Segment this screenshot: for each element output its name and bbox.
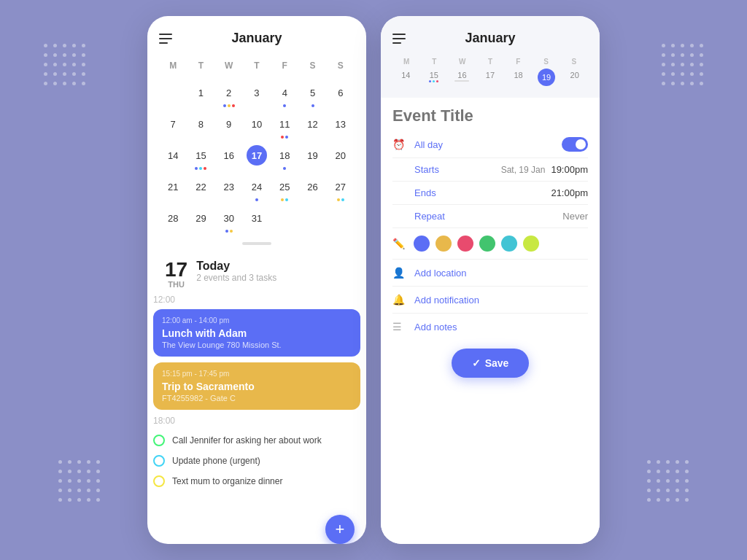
event-form-panel: January M T W T F S S 14 15 16 17 18 19 … <box>381 16 600 544</box>
cal-day-25[interactable]: 25 <box>271 174 298 203</box>
event-lunch-subtitle: The View Lounge 780 Mission St. <box>162 341 352 349</box>
cal-day-30[interactable]: 30 <box>215 205 243 235</box>
cal-day-2[interactable]: 2 <box>215 79 243 109</box>
day-header-f: F <box>271 58 298 74</box>
event-panel-top: January M T W T F S S 14 15 16 17 18 19 … <box>381 16 600 98</box>
add-location-label: Add location <box>414 268 467 279</box>
save-button[interactable]: ✓ Save <box>452 349 530 378</box>
allday-label: All day <box>414 139 562 150</box>
time-label-18: 18:00 <box>153 416 360 426</box>
cal-day-28[interactable]: 28 <box>159 205 187 235</box>
cal-day-7[interactable]: 7 <box>159 111 187 141</box>
mini-day-15[interactable]: 15 <box>421 69 448 86</box>
cal-day-4[interactable]: 4 <box>271 79 298 109</box>
cal-day-empty4 <box>327 205 355 235</box>
cal-day-3[interactable]: 3 <box>243 79 271 109</box>
color-green[interactable] <box>479 236 495 252</box>
day-header-t1: T <box>187 58 214 74</box>
event-trip-title: Trip to Sacramento <box>162 381 352 392</box>
cal-day-21[interactable]: 21 <box>159 174 187 203</box>
day-header-m: M <box>159 58 187 74</box>
mini-hdr-t1: T <box>420 58 448 66</box>
cal-day-24[interactable]: 24 <box>243 174 271 203</box>
cal-day-13[interactable]: 13 <box>327 111 355 141</box>
task-circle-3 <box>153 475 165 487</box>
task-item-2[interactable]: Update phone (urgent) <box>153 451 360 471</box>
save-checkmark: ✓ <box>472 357 481 369</box>
mini-day-19-selected[interactable]: 19 <box>538 69 555 86</box>
right-panel-header: January <box>392 31 588 46</box>
day-headers: M T W T F S S <box>159 58 355 74</box>
today-subtitle: 2 events and 3 tasks <box>196 273 276 283</box>
cal-day-15[interactable]: 15 <box>187 142 214 172</box>
task-text-3: Text mum to organize dinner <box>172 476 282 486</box>
task-text-1: Call Jennifer for asking her about work <box>172 435 322 446</box>
day-header-s1: S <box>298 58 326 74</box>
color-lime[interactable] <box>523 236 539 252</box>
task-item-3[interactable]: Text mum to organize dinner <box>153 471 360 491</box>
calendar-panel: January M T W T F S S 1 2 3 4 5 6 <box>147 16 366 544</box>
cal-day-10[interactable]: 10 <box>243 111 271 141</box>
tasks-list: Call Jennifer for asking her about work … <box>153 430 360 491</box>
colors-row: ✏️ <box>392 228 588 260</box>
mini-hdr-f: F <box>504 58 532 66</box>
ends-time[interactable]: 21:00pm <box>551 187 588 198</box>
cal-day-23[interactable]: 23 <box>215 174 243 203</box>
cal-day-29[interactable]: 29 <box>187 205 214 235</box>
cal-day-11[interactable]: 11 <box>271 111 298 141</box>
add-notes-label: Add notes <box>414 322 457 332</box>
cal-day-14[interactable]: 14 <box>159 142 187 172</box>
cal-day-19[interactable]: 19 <box>298 142 326 172</box>
cal-day-9[interactable]: 9 <box>215 111 243 141</box>
mini-day-16[interactable]: 16 <box>449 69 476 86</box>
mini-day-17[interactable]: 17 <box>477 69 504 86</box>
cal-day-8[interactable]: 8 <box>187 111 214 141</box>
today-label: Today <box>196 260 276 273</box>
cal-day-16[interactable]: 16 <box>215 142 243 172</box>
cal-day-27[interactable]: 27 <box>327 174 355 203</box>
starts-date[interactable]: Sat, 19 Jan <box>501 165 546 175</box>
dot-decoration-top-right <box>662 44 703 85</box>
starts-time[interactable]: 19:00pm <box>551 164 588 175</box>
save-label: Save <box>485 357 509 369</box>
cal-day-31[interactable]: 31 <box>243 205 271 235</box>
color-cyan[interactable] <box>501 236 517 252</box>
add-notes-row[interactable]: ☰ Add notes <box>392 314 588 340</box>
add-location-row[interactable]: 👤 Add location <box>392 260 588 287</box>
calendar-divider <box>242 242 271 245</box>
time-label-12: 12:00 <box>153 295 360 305</box>
repeat-value[interactable]: Never <box>562 211 588 222</box>
color-yellow[interactable] <box>436 236 452 252</box>
cal-day-18[interactable]: 18 <box>271 142 298 172</box>
mini-day-18[interactable]: 18 <box>505 69 532 86</box>
event-title-input[interactable] <box>392 106 588 125</box>
menu-icon-left[interactable] <box>159 34 172 44</box>
cal-day-22[interactable]: 22 <box>187 174 214 203</box>
mini-day-20[interactable]: 20 <box>561 69 588 86</box>
cal-day-17-selected[interactable]: 17 <box>243 142 271 172</box>
cal-day-12[interactable]: 12 <box>298 111 326 141</box>
clock-icon: ⏰ <box>392 139 407 150</box>
add-event-fab[interactable]: + <box>325 515 355 544</box>
event-lunch-time: 12:00 am - 14:00 pm <box>162 316 352 324</box>
event-card-trip[interactable]: 15:15 pm - 17:45 pm Trip to Sacramento F… <box>153 362 360 410</box>
task-item-1[interactable]: Call Jennifer for asking her about work <box>153 430 360 451</box>
cal-day-26[interactable]: 26 <box>298 174 326 203</box>
mini-day-14[interactable]: 14 <box>392 69 419 86</box>
cal-day-5[interactable]: 5 <box>298 79 326 109</box>
cal-day-20[interactable]: 20 <box>327 142 355 172</box>
event-card-lunch[interactable]: 12:00 am - 14:00 pm Lunch with Adam The … <box>153 309 360 357</box>
color-blue[interactable] <box>414 236 430 252</box>
menu-icon-right[interactable] <box>392 34 406 44</box>
add-notification-row[interactable]: 🔔 Add notification <box>392 287 588 314</box>
cal-day-1[interactable]: 1 <box>187 79 214 109</box>
dot-decoration-top-left <box>44 44 85 85</box>
task-circle-2 <box>153 455 165 467</box>
today-section: 17 THU Today 2 events and 3 tasks <box>159 251 355 295</box>
color-red[interactable] <box>457 236 473 252</box>
cal-day-6[interactable]: 6 <box>327 79 355 109</box>
allday-toggle[interactable] <box>562 137 588 152</box>
day-header-t2: T <box>243 58 271 74</box>
task-circle-1 <box>153 435 165 446</box>
dot-decoration-bottom-left <box>58 460 100 502</box>
